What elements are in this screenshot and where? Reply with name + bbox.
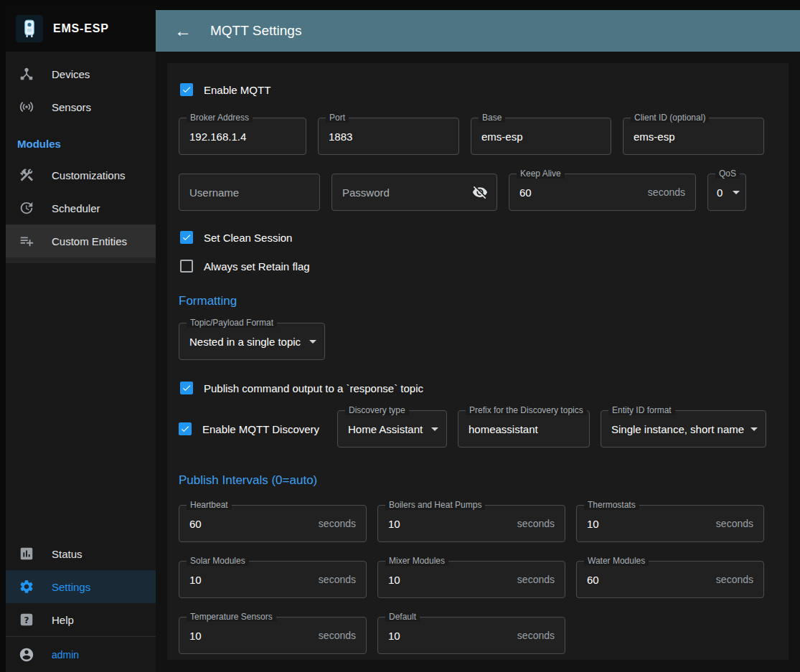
field-label: Boilers and Heat Pumps: [385, 500, 485, 510]
seconds-suffix: seconds: [648, 186, 695, 198]
field-label: Topic/Payload Format: [187, 318, 277, 328]
field-label: Temperature Sensors: [187, 612, 276, 622]
port-input[interactable]: [319, 131, 458, 143]
default-interval-field: Default seconds: [377, 617, 565, 654]
formatting-heading: Formatting: [179, 294, 777, 308]
credentials-row: Keep Alive seconds QoS 0: [179, 174, 777, 211]
chevron-down-icon: [733, 191, 740, 194]
password-input[interactable]: [332, 186, 472, 199]
publish-response-checkbox[interactable]: Publish command output to a `response` t…: [180, 382, 423, 394]
sidebar-item-custom-entities[interactable]: Custom Entities: [6, 224, 156, 257]
temperature-sensors-field: Temperature Sensors seconds: [179, 617, 367, 654]
select-value: Single instance, short name: [601, 423, 744, 435]
sidebar-spacer: [6, 263, 156, 531]
brand-title: EMS-ESP: [53, 22, 109, 35]
enable-mqtt-checkbox[interactable]: Enable MQTT: [180, 83, 270, 96]
checkbox-label: Publish command output to a `response` t…: [204, 382, 423, 394]
seconds-suffix: seconds: [517, 574, 565, 585]
sidebar-item-help[interactable]: ? Help: [6, 603, 156, 636]
port-field: Port: [318, 118, 459, 155]
discovery-type-select[interactable]: Discovery type Home Assistant: [337, 410, 447, 448]
seconds-suffix: seconds: [716, 574, 763, 585]
discovery-row: Enable MQTT Discovery Discovery type Hom…: [179, 410, 777, 448]
sidebar-nav-modules: Customizations Scheduler Custom Entities: [6, 158, 156, 263]
enable-discovery-checkbox[interactable]: Enable MQTT Discovery: [179, 422, 326, 435]
default-interval-input[interactable]: [378, 630, 517, 642]
sidebar-item-label: Scheduler: [52, 202, 100, 214]
checkbox-icon: [180, 260, 193, 273]
mixer-modules-field: Mixer Modules seconds: [377, 561, 565, 598]
update-clock-icon: [19, 200, 34, 216]
field-label: Thermostats: [584, 500, 639, 510]
checkbox-label: Set Clean Session: [204, 232, 292, 244]
visibility-off-icon[interactable]: [472, 184, 497, 200]
heartbeat-field: Heartbeat seconds: [179, 505, 367, 542]
field-label: Broker Address: [187, 113, 253, 123]
account-circle-icon: [19, 647, 34, 663]
discovery-prefix-input[interactable]: [458, 423, 589, 435]
sidebar-item-label: Custom Entities: [52, 235, 127, 247]
construction-icon: [19, 167, 34, 183]
checkbox-icon: [179, 422, 192, 435]
discovery-prefix-field: Prefix for the Discovery topics: [458, 410, 590, 448]
field-label: Port: [326, 113, 349, 123]
water-modules-input[interactable]: [577, 574, 716, 586]
chevron-down-icon: [431, 427, 438, 431]
sidebar-item-settings[interactable]: Settings: [6, 570, 156, 603]
back-arrow-icon[interactable]: ←: [174, 22, 192, 39]
entity-id-format-select[interactable]: Entity ID format Single instance, short …: [601, 410, 766, 448]
sidebar-nav-top: Devices Sensors: [6, 52, 156, 123]
keep-alive-input[interactable]: [509, 186, 648, 199]
field-label: Discovery type: [345, 405, 409, 415]
thermostats-input[interactable]: [577, 518, 716, 530]
seconds-suffix: seconds: [517, 630, 565, 641]
base-input[interactable]: [471, 131, 611, 143]
client-id-input[interactable]: [623, 131, 763, 143]
seconds-suffix: seconds: [716, 518, 763, 529]
checkbox-label: Always set Retain flag: [204, 260, 310, 273]
chevron-down-icon: [750, 427, 758, 431]
broker-address-field: Broker Address: [179, 118, 306, 155]
sidebar-item-label: Customizations: [52, 169, 126, 181]
heartbeat-input[interactable]: [179, 518, 319, 530]
clean-session-checkbox[interactable]: Set Clean Session: [180, 231, 292, 244]
page-title: MQTT Settings: [210, 23, 301, 39]
username-label: admin: [52, 649, 79, 661]
temperature-sensors-input[interactable]: [179, 630, 319, 642]
sidebar-item-scheduler[interactable]: Scheduler: [6, 191, 156, 224]
solar-modules-input[interactable]: [179, 574, 319, 586]
topic-format-row: Topic/Payload Format Nested in a single …: [179, 323, 777, 360]
boilers-field: Boilers and Heat Pumps seconds: [377, 505, 565, 542]
field-label: Entity ID format: [608, 405, 675, 415]
sidebar-item-label: Devices: [52, 68, 90, 80]
gear-icon: [19, 579, 34, 595]
sidebar-item-sensors[interactable]: Sensors: [6, 90, 156, 123]
field-label: Keep Alive: [517, 169, 565, 179]
solar-modules-field: Solar Modules seconds: [179, 561, 367, 598]
boilers-input[interactable]: [378, 518, 517, 530]
seconds-suffix: seconds: [319, 574, 366, 585]
username-input[interactable]: [179, 186, 319, 199]
brand-header: EMS-ESP: [6, 6, 156, 52]
sidebar-item-customizations[interactable]: Customizations: [6, 158, 156, 191]
field-label: Prefix for the Discovery topics: [466, 405, 587, 415]
qos-select[interactable]: QoS 0: [707, 174, 746, 211]
ems-esp-app: EMS-ESP Devices Sensors Modules: [0, 0, 800, 672]
seconds-suffix: seconds: [517, 518, 565, 529]
checkbox-label: Enable MQTT: [204, 84, 270, 96]
sidebar-user-row[interactable]: admin: [6, 636, 156, 672]
select-value: 0: [708, 186, 723, 199]
sidebar-section-modules: Modules: [6, 123, 156, 158]
field-label: Default: [385, 612, 420, 622]
sidebar-item-label: Sensors: [52, 101, 91, 113]
retain-flag-checkbox[interactable]: Always set Retain flag: [180, 260, 310, 273]
seconds-suffix: seconds: [319, 518, 366, 529]
field-label: Client ID (optional): [631, 113, 709, 123]
sidebar-item-status[interactable]: Status: [6, 537, 156, 570]
mixer-modules-input[interactable]: [378, 574, 517, 586]
sidebar-item-devices[interactable]: Devices: [6, 57, 156, 90]
topic-payload-format-select[interactable]: Topic/Payload Format Nested in a single …: [179, 323, 325, 360]
broker-row: Broker Address Port Base Client ID (opti…: [179, 118, 777, 155]
broker-address-input[interactable]: [179, 131, 306, 143]
checkbox-label: Enable MQTT Discovery: [202, 423, 319, 435]
